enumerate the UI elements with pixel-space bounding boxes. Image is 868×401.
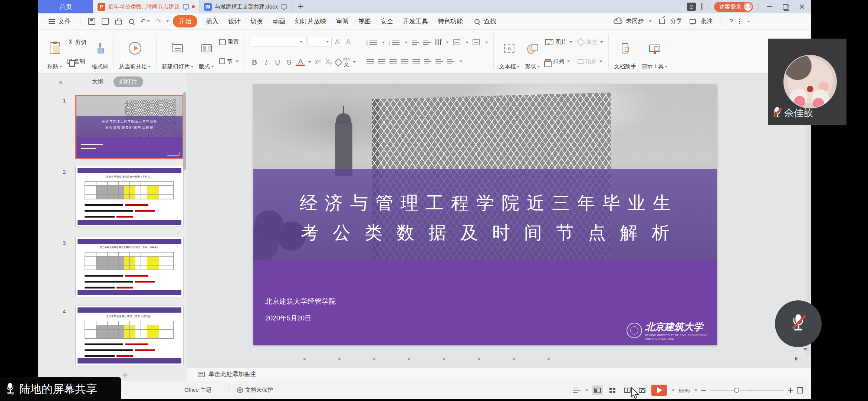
font-size-select[interactable] xyxy=(307,37,332,46)
zoom-slider-knob[interactable] xyxy=(734,388,739,393)
decrease-indent-icon[interactable] xyxy=(412,40,419,45)
menu-item-devtools[interactable]: 开发工具 xyxy=(403,17,428,26)
increase-font-icon[interactable]: A+ xyxy=(335,38,341,46)
minimize-button[interactable] xyxy=(764,2,775,11)
quickbar-more-icon[interactable] xyxy=(166,20,169,22)
spacing-after-icon[interactable] xyxy=(447,59,454,64)
print-preview-icon[interactable] xyxy=(128,18,136,25)
guest-login-button[interactable]: 访客登录 xyxy=(714,2,753,12)
cloud-sync-icon[interactable] xyxy=(614,19,622,24)
section-button[interactable]: 节 xyxy=(219,58,239,65)
more-options-icon[interactable] xyxy=(739,19,740,24)
slide-thumbnail-4[interactable]: 近三年毕业生考公情况一览表（研究生） xyxy=(75,306,184,365)
outline-button[interactable]: 轮廓 xyxy=(578,58,603,65)
subscript-button[interactable]: X2 xyxy=(326,58,332,66)
undo-icon[interactable]: ↶ xyxy=(141,18,149,25)
theme-label[interactable]: Office 主题 xyxy=(184,387,211,394)
sync-caret-icon[interactable] xyxy=(649,20,652,22)
participant-video-tile[interactable]: 余佳歆 xyxy=(768,39,846,125)
format-painter-button[interactable]: 格式刷 xyxy=(92,33,108,71)
menu-item-design[interactable]: 设计 xyxy=(228,17,241,26)
menu-item-review[interactable]: 审阅 xyxy=(336,17,349,26)
slide-thumbnail-3[interactable]: 近三年毕业生事业单位及西部计划情况一览表（本科生） xyxy=(75,237,184,297)
numbering-icon[interactable] xyxy=(392,40,400,45)
fit-to-window-button[interactable] xyxy=(797,387,803,394)
comment-label[interactable]: 批注 xyxy=(701,17,713,25)
columns-icon[interactable] xyxy=(473,39,480,45)
slide-thumbnail-1[interactable]: 经济与管理工程学院近三年毕业生 考公类数据及时间节点解析 xyxy=(75,95,184,159)
paragraph-box-icon[interactable] xyxy=(453,39,460,45)
sync-status-label[interactable]: 未同步 xyxy=(626,17,644,25)
print-icon[interactable] xyxy=(114,18,122,25)
menu-item-insert[interactable]: 插入 xyxy=(206,17,218,26)
zoom-slider[interactable] xyxy=(710,388,784,393)
editing-canvas[interactable]: 经济与管理工程学院近三年毕业生 考公类数据及时间节点解析 北京建筑大学经管学院 … xyxy=(187,74,811,368)
text-direction-icon[interactable] xyxy=(435,39,441,45)
superscript-button[interactable]: X2 xyxy=(315,58,321,66)
share-icon[interactable] xyxy=(659,19,665,24)
layout-button[interactable]: 版式 xyxy=(199,33,214,71)
menu-item-animation[interactable]: 动画 xyxy=(273,17,285,26)
slide-organization[interactable]: 北京建筑大学经管学院 xyxy=(265,297,336,306)
bold-button[interactable]: B xyxy=(250,58,259,66)
zoom-level[interactable]: 65% xyxy=(678,387,690,394)
copy-button[interactable]: 复制 xyxy=(68,58,86,65)
slide-date[interactable]: 2020年5月20日 xyxy=(265,314,311,323)
output-icon[interactable] xyxy=(101,18,109,25)
clear-format-icon[interactable] xyxy=(334,58,342,66)
tab-presentation[interactable]: P 近年考公类数...时间节点建议 xyxy=(93,0,200,13)
notes-toggle-icon[interactable] xyxy=(573,388,581,393)
fill-button[interactable]: 填充 xyxy=(578,39,603,46)
paste-button[interactable]: 粘贴 xyxy=(47,33,62,71)
redo-icon[interactable]: ↷ xyxy=(154,18,162,25)
help-icon[interactable]: ? xyxy=(730,18,733,25)
zoom-caret-icon[interactable] xyxy=(694,389,697,391)
strikethrough-button[interactable]: S xyxy=(284,58,294,66)
play-options-caret-icon[interactable] xyxy=(672,389,675,391)
font-name-select[interactable] xyxy=(250,37,305,46)
font-color-button[interactable]: A xyxy=(296,58,305,66)
textbox-button[interactable]: A 文本框 xyxy=(499,33,520,71)
underline-button[interactable]: U xyxy=(273,58,282,66)
play-slideshow-button[interactable] xyxy=(651,385,667,396)
align-center-icon[interactable] xyxy=(378,59,385,64)
pinyin-guide-button[interactable]: wén 文 xyxy=(343,58,350,67)
save-icon[interactable] xyxy=(88,18,96,25)
new-slide-button[interactable]: 新建幻灯片 xyxy=(162,33,194,71)
reset-button[interactable]: 重置 xyxy=(219,39,239,46)
window-count-badge[interactable]: 2 xyxy=(687,3,696,11)
slide-title-line1[interactable]: 经济与管理工程学院近三年毕业生 xyxy=(253,191,717,215)
increase-indent-icon[interactable] xyxy=(423,40,431,45)
horizontal-scroll-dots[interactable] xyxy=(303,358,550,360)
align-right-icon[interactable] xyxy=(389,59,397,64)
decrease-font-icon[interactable]: A− xyxy=(346,38,352,46)
presentation-tools-button[interactable]: 演示工具 xyxy=(641,33,668,71)
collapse-ribbon-icon[interactable] xyxy=(747,20,750,22)
slide-1-canvas[interactable]: 经济与管理工程学院近三年毕业生 考公类数据及时间节点解析 北京建筑大学经管学院 … xyxy=(253,84,717,345)
panel-scrollbar[interactable] xyxy=(183,92,186,170)
close-button[interactable] xyxy=(796,2,808,11)
distribute-icon[interactable] xyxy=(412,59,420,64)
line-spacing-icon[interactable] xyxy=(424,59,431,64)
menu-item-slideshow[interactable]: 幻灯片放映 xyxy=(295,17,326,26)
notes-placeholder[interactable]: 单击此处添加备注 xyxy=(208,371,256,378)
restore-button[interactable] xyxy=(780,2,791,11)
next-slide-chevron-icon[interactable] xyxy=(803,348,808,351)
search-icon[interactable] xyxy=(473,18,481,25)
menu-item-transition[interactable]: 切换 xyxy=(250,17,263,26)
tab-slides[interactable]: 幻灯片 xyxy=(114,76,143,87)
play-from-current-button[interactable]: 从当前开始 xyxy=(119,33,151,71)
arrange-button[interactable]: 排列 xyxy=(545,58,572,65)
menu-item-features[interactable]: 特色功能 xyxy=(438,17,463,26)
slide-thumbnail-2[interactable]: 近三年毕业生考公情况一览表（本科生） xyxy=(75,166,184,227)
bullets-icon[interactable] xyxy=(369,40,377,45)
spacing-before-icon[interactable] xyxy=(435,59,443,64)
cut-button[interactable]: 剪切 xyxy=(68,39,86,46)
tab-outline[interactable]: 大纲 xyxy=(92,78,104,86)
normal-view-button[interactable] xyxy=(592,385,603,395)
window-list-icon[interactable] xyxy=(701,3,703,10)
slide-sorter-view-button[interactable] xyxy=(607,385,618,395)
slide-title-line2[interactable]: 考公类数据及时间节点解析 xyxy=(253,221,717,245)
share-label[interactable]: 分享 xyxy=(670,17,682,25)
justify-icon[interactable] xyxy=(401,59,408,64)
